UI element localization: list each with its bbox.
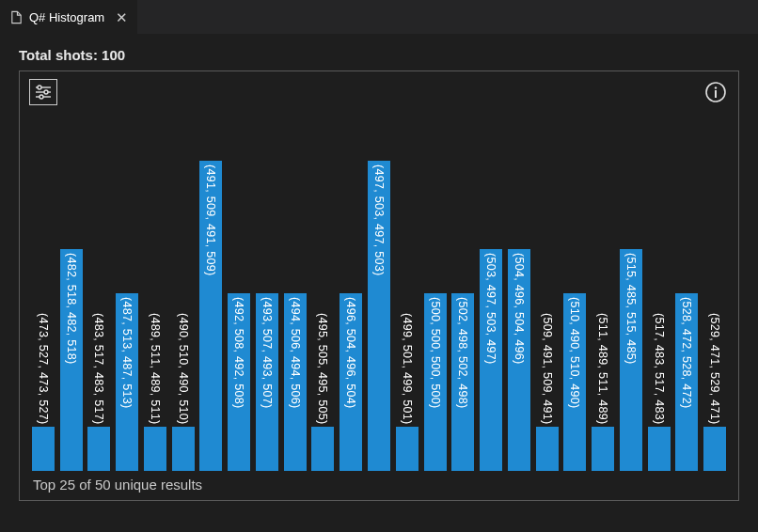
- bar-label: (499, 501, 499, 501): [401, 313, 414, 427]
- bar-label: (489, 511, 489, 511): [149, 313, 162, 427]
- histogram-bar[interactable]: (483, 517, 483, 517): [87, 427, 110, 471]
- bar-column: (499, 501, 499, 501): [395, 113, 419, 471]
- bar-column: (494, 506, 494, 506): [283, 113, 308, 471]
- histogram-bar[interactable]: (510, 490, 510, 490): [563, 293, 586, 471]
- info-icon: [704, 81, 727, 103]
- total-shots-value: 100: [102, 47, 125, 63]
- bar-column: (490, 510, 490, 510): [171, 113, 196, 471]
- bar-column: (487, 513, 487, 513): [115, 113, 139, 471]
- histogram-bar[interactable]: (503, 497, 503, 497): [480, 249, 502, 471]
- histogram-bar[interactable]: (491, 509, 491, 509): [199, 161, 222, 471]
- histogram-bar[interactable]: (511, 489, 511, 489): [592, 427, 614, 471]
- bar-column: (509, 491, 509, 491): [535, 113, 560, 471]
- bar-label: (504, 496, 504, 496): [513, 249, 526, 365]
- bar-label: (517, 483, 517, 483): [653, 313, 666, 427]
- bar-column: (495, 505, 495, 505): [311, 113, 336, 471]
- histogram-bar[interactable]: (487, 513, 487, 513): [116, 293, 138, 471]
- histogram-bar[interactable]: (515, 485, 515, 485): [620, 249, 642, 471]
- bar-label: (497, 503, 497, 503): [372, 161, 386, 276]
- histogram-bar[interactable]: (496, 504, 496, 504): [340, 293, 362, 471]
- content-area: Total shots: 100 (473, 527, 473, 527)(48…: [0, 34, 758, 532]
- histogram-bar[interactable]: (528, 472, 528, 472): [675, 293, 698, 471]
- bar-label: (503, 497, 503, 497): [484, 249, 497, 365]
- bar-column: (528, 472, 528, 472): [675, 113, 700, 471]
- total-shots: Total shots: 100: [19, 47, 739, 63]
- histogram-bar[interactable]: (517, 483, 517, 483): [648, 427, 671, 471]
- histogram-bar[interactable]: (495, 505, 495, 505): [311, 427, 334, 471]
- bar-column: (515, 485, 515, 485): [619, 113, 643, 471]
- bar-label: (496, 504, 496, 504): [344, 293, 357, 409]
- histogram-bar[interactable]: (500, 500, 500, 500): [424, 293, 447, 471]
- svg-point-5: [39, 95, 43, 99]
- histogram-bar[interactable]: (493, 507, 493, 507): [256, 293, 278, 471]
- bar-label: (487, 513, 487, 513): [120, 293, 134, 409]
- bar-column: (497, 503, 497, 503): [367, 113, 391, 471]
- bar-label: (493, 507, 493, 507): [261, 293, 274, 409]
- bar-label: (509, 491, 509, 491): [541, 313, 554, 427]
- histogram-bar[interactable]: (473, 527, 473, 527): [32, 427, 55, 471]
- bar-column: (517, 483, 517, 483): [647, 113, 671, 471]
- file-icon: [9, 10, 24, 24]
- results-summary: Top 25 of 50 unique results: [29, 477, 729, 493]
- histogram-chart: (473, 527, 473, 527)(482, 518, 482, 518)…: [29, 113, 729, 471]
- sliders-icon: [34, 84, 53, 101]
- tab-qsharp-histogram[interactable]: Q# Histogram ✕: [0, 0, 137, 34]
- bar-column: (491, 509, 491, 509): [199, 113, 224, 471]
- bar-column: (473, 527, 473, 527): [31, 113, 55, 471]
- bar-column: (500, 500, 500, 500): [423, 113, 448, 471]
- histogram-bar[interactable]: (502, 498, 502, 498): [451, 293, 474, 471]
- histogram-bar[interactable]: (497, 503, 497, 503): [368, 161, 390, 471]
- bar-label: (511, 489, 511, 489): [596, 313, 609, 427]
- bar-label: (528, 472, 528, 472): [680, 293, 693, 409]
- svg-point-7: [715, 86, 717, 88]
- bar-column: (504, 496, 504, 496): [507, 113, 531, 471]
- bar-label: (473, 527, 473, 527): [37, 313, 50, 427]
- bar-column: (529, 471, 529, 471): [703, 113, 727, 471]
- histogram-bar[interactable]: (490, 510, 490, 510): [172, 427, 195, 471]
- bar-column: (482, 518, 482, 518): [59, 113, 84, 471]
- bar-label: (510, 490, 510, 490): [568, 293, 581, 409]
- histogram-panel: (473, 527, 473, 527)(482, 518, 482, 518)…: [19, 70, 739, 501]
- tab-bar: Q# Histogram ✕: [0, 0, 758, 34]
- bar-label: (483, 517, 483, 517): [92, 313, 105, 427]
- bar-label: (529, 471, 529, 471): [708, 313, 721, 427]
- bar-label: (492, 508, 492, 508): [232, 293, 245, 409]
- histogram-bar[interactable]: (489, 511, 489, 511): [144, 427, 166, 471]
- bar-column: (503, 497, 503, 497): [479, 113, 503, 471]
- info-button[interactable]: [703, 79, 729, 105]
- histogram-bar[interactable]: (494, 506, 494, 506): [284, 293, 307, 471]
- close-icon[interactable]: ✕: [116, 10, 128, 24]
- bar-label: (515, 485, 515, 485): [624, 249, 638, 365]
- bar-label: (495, 505, 495, 505): [316, 313, 329, 427]
- histogram-bar[interactable]: (482, 518, 482, 518): [60, 249, 83, 471]
- bar-label: (490, 510, 490, 510): [177, 313, 190, 427]
- bar-column: (493, 507, 493, 507): [255, 113, 279, 471]
- bar-column: (489, 511, 489, 511): [143, 113, 167, 471]
- settings-button[interactable]: [29, 79, 57, 105]
- svg-point-4: [44, 90, 48, 94]
- bar-label: (491, 509, 491, 509): [204, 161, 217, 276]
- total-shots-label: Total shots:: [19, 47, 98, 63]
- bar-column: (511, 489, 511, 489): [591, 113, 615, 471]
- bar-column: (496, 504, 496, 504): [339, 113, 363, 471]
- bar-column: (510, 490, 510, 490): [562, 113, 587, 471]
- bar-label: (500, 500, 500, 500): [429, 293, 442, 409]
- histogram-bar[interactable]: (504, 496, 504, 496): [508, 249, 530, 471]
- histogram-bar[interactable]: (509, 491, 509, 491): [536, 427, 559, 471]
- bar-column: (502, 498, 502, 498): [450, 113, 475, 471]
- tab-title: Q# Histogram: [29, 10, 104, 24]
- histogram-bar[interactable]: (499, 501, 499, 501): [396, 427, 418, 471]
- svg-rect-8: [715, 90, 717, 98]
- histogram-bar[interactable]: (529, 471, 529, 471): [703, 427, 726, 471]
- bar-column: (483, 517, 483, 517): [87, 113, 111, 471]
- svg-point-3: [38, 86, 41, 89]
- bar-label: (494, 506, 494, 506): [289, 293, 302, 409]
- bar-label: (502, 498, 502, 498): [456, 293, 469, 409]
- bar-label: (482, 518, 482, 518): [65, 249, 78, 365]
- bar-column: (492, 508, 492, 508): [227, 113, 251, 471]
- histogram-bar[interactable]: (492, 508, 492, 508): [228, 293, 250, 471]
